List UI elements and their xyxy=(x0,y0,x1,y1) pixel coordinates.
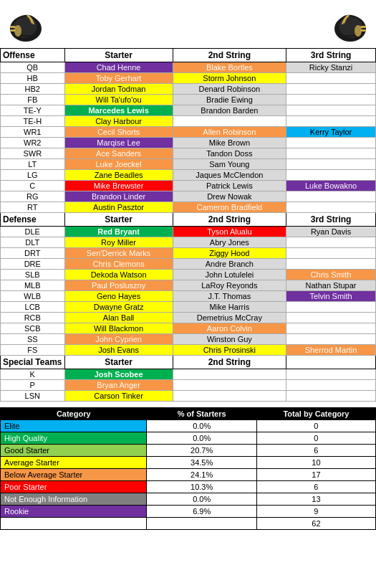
position-cell: FS xyxy=(1,345,65,356)
starter-cell: Zane Beadles xyxy=(64,170,173,181)
third-string-cell xyxy=(286,334,376,345)
starter-cell: Clay Harbour xyxy=(64,116,173,127)
third-string-cell: Sherrod Martin xyxy=(286,345,376,356)
table-row: SCBWill BlackmonAaron Colvin xyxy=(1,323,376,334)
pct-cell: 0.0% xyxy=(147,493,256,506)
total-cell: 9 xyxy=(256,506,375,518)
header xyxy=(0,0,376,48)
second-string-cell: Mike Harris xyxy=(173,302,286,313)
position-cell: QB xyxy=(1,62,65,73)
starter-cell: Cecil Shorts xyxy=(64,127,173,138)
second-string-cell: Tyson Alualu xyxy=(173,227,286,237)
third-string-cell xyxy=(286,84,376,95)
table-row: LGZane BeadlesJaques McClendon xyxy=(1,170,376,181)
third-string-cell xyxy=(286,380,376,391)
second-string-cell: Drew Nowak xyxy=(173,191,286,202)
second-string-cell: Tandon Doss xyxy=(173,148,286,159)
category-cell xyxy=(1,518,147,530)
stats-header-cell: Category xyxy=(1,408,147,420)
starter-cell: Sen'Derrick Marks xyxy=(64,248,173,259)
second-string-cell: Allen Robinson xyxy=(173,127,286,138)
table-row: RTAustin PasztorCameron Bradfield xyxy=(1,202,376,213)
starter-cell: Brandon Linder xyxy=(64,191,173,202)
position-cell: HB xyxy=(1,73,65,84)
table-row: QBChad HenneBlake BortlesRicky Stanzi xyxy=(1,62,376,73)
svg-rect-9 xyxy=(360,26,366,28)
position-cell: RT xyxy=(1,202,65,213)
position-cell: WR2 xyxy=(1,138,65,148)
table-row: RGBrandon LinderDrew Nowak xyxy=(1,191,376,202)
position-cell: SCB xyxy=(1,323,65,334)
position-cell: TE-Y xyxy=(1,105,65,116)
svg-rect-8 xyxy=(360,29,366,32)
starter-cell: Luke Joeckel xyxy=(64,159,173,170)
table-row: LTLuke JoeckelSam Young xyxy=(1,159,376,170)
second-string-cell: Brandon Barden xyxy=(173,105,286,116)
third-string-cell xyxy=(286,237,376,248)
second-string-cell: Denard Robinson xyxy=(173,84,286,95)
position-cell: DRT xyxy=(1,248,65,259)
pct-cell: 6.9% xyxy=(147,506,256,518)
second-string-cell: J.T. Thomas xyxy=(173,291,286,302)
third-string-cell: Kerry Taylor xyxy=(286,127,376,138)
starter-cell: Will Ta'ufo'ou xyxy=(64,95,173,105)
category-cell: Not Enough Information xyxy=(1,493,147,506)
second-string-cell: Sam Young xyxy=(173,159,286,170)
third-string-cell xyxy=(286,369,376,380)
pct-cell: 24.1% xyxy=(147,469,256,481)
third-string-cell: Luke Bowakno xyxy=(286,181,376,191)
position-cell: WLB xyxy=(1,291,65,302)
position-cell: SS xyxy=(1,334,65,345)
second-string-cell: Bradie Ewing xyxy=(173,95,286,105)
second-string-cell: Storm Johnson xyxy=(173,73,286,84)
second-string-cell: Winston Guy xyxy=(173,334,286,345)
starter-cell: Jordan Todman xyxy=(64,84,173,95)
pct-cell: 0.0% xyxy=(147,420,256,432)
starter-cell: Paul Posluszny xyxy=(64,280,173,291)
starter-cell: Roy Miller xyxy=(64,237,173,248)
position-cell: RCB xyxy=(1,313,65,323)
table-row: DLTRoy MillerAbry Jones xyxy=(1,237,376,248)
section-header-2nd-string: 2nd String xyxy=(173,213,286,227)
starter-cell: Chad Henne xyxy=(64,62,173,73)
stats-row: High Quality0.0%0 xyxy=(1,432,376,445)
position-cell: RG xyxy=(1,191,65,202)
starter-cell: John Cyprien xyxy=(64,334,173,345)
table-row: KJosh Scobee xyxy=(1,369,376,380)
stats-row: 62 xyxy=(1,518,376,530)
stats-table: Category% of StartersTotal by CategoryEl… xyxy=(0,407,376,530)
starter-cell: Ace Sanders xyxy=(64,148,173,159)
starter-cell: Bryan Anger xyxy=(64,380,173,391)
section-header-2nd-string: 2nd String xyxy=(173,356,286,369)
pct-cell: 0.0% xyxy=(147,432,256,445)
stats-header-cell: % of Starters xyxy=(147,408,256,420)
category-cell: Elite xyxy=(1,420,147,432)
position-cell: K xyxy=(1,369,65,380)
third-string-cell xyxy=(286,202,376,213)
section-header-special-teams: Special Teams xyxy=(1,356,65,369)
stats-row: Good Starter20.7%6 xyxy=(1,445,376,457)
table-row: HBToby GerhartStorm Johnson xyxy=(1,73,376,84)
helmet-right-icon xyxy=(331,6,370,45)
starter-cell: Will Blackmon xyxy=(64,323,173,334)
position-cell: DRE xyxy=(1,259,65,270)
stats-row: Poor Starter10.3%6 xyxy=(1,481,376,493)
table-row: DLERed BryantTyson AlualuRyan Davis xyxy=(1,227,376,237)
third-string-cell xyxy=(286,159,376,170)
table-row: FBWill Ta'ufo'ouBradie Ewing xyxy=(1,95,376,105)
starter-cell: Josh Scobee xyxy=(64,369,173,380)
second-string-cell: Jaques McClendon xyxy=(173,170,286,181)
position-cell: LG xyxy=(1,170,65,181)
table-row: PBryan Anger xyxy=(1,380,376,391)
third-string-cell: Telvin Smith xyxy=(286,291,376,302)
third-string-cell xyxy=(286,170,376,181)
category-cell: Good Starter xyxy=(1,445,147,457)
second-string-cell: Andre Branch xyxy=(173,259,286,270)
second-string-cell: LaRoy Reyonds xyxy=(173,280,286,291)
starter-cell: Alan Ball xyxy=(64,313,173,323)
section-header-3rd-string: 3rd String xyxy=(286,49,376,62)
svg-rect-3 xyxy=(10,29,16,32)
position-cell: MLB xyxy=(1,280,65,291)
pct-cell: 20.7% xyxy=(147,445,256,457)
second-string-cell: Cameron Bradfield xyxy=(173,202,286,213)
